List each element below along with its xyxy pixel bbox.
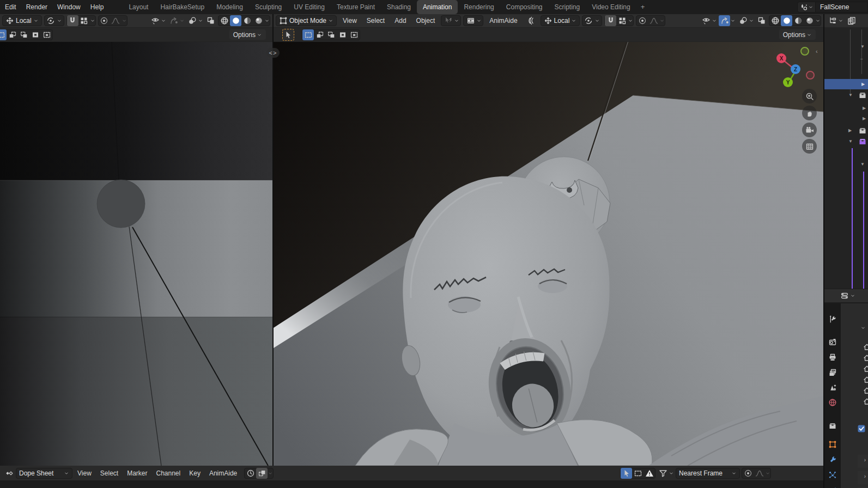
tab-compositing[interactable]: Compositing (500, 0, 549, 14)
dope-sheet-canvas[interactable] (0, 480, 823, 488)
select-subtract-button[interactable] (325, 29, 337, 40)
menu-select[interactable]: Select (96, 467, 122, 480)
shading-wireframe-button[interactable] (769, 15, 781, 26)
gizmo-axis-x[interactable]: X (776, 53, 786, 63)
shading-material-button[interactable] (241, 15, 253, 26)
menu-select[interactable]: Select (363, 14, 389, 27)
tab-scene[interactable] (824, 381, 840, 395)
cursor-action-dropdown[interactable] (441, 15, 461, 26)
pivot-point-dropdown[interactable] (582, 15, 602, 26)
disclosure-triangle[interactable]: ▼ (860, 159, 865, 169)
show-gizmo-dropdown[interactable] (700, 15, 717, 26)
select-intersect-button[interactable] (348, 29, 360, 40)
add-workspace-button[interactable]: + (636, 0, 650, 14)
proportional-editing-toggle[interactable] (742, 468, 754, 479)
menu-window[interactable]: Window (52, 0, 86, 14)
region-collapse-arrow[interactable]: ‹ (816, 48, 818, 54)
gizmo-axis-x-neg[interactable] (806, 71, 815, 80)
menu-add[interactable]: Add (391, 14, 410, 27)
tab-scripting[interactable]: Scripting (549, 0, 586, 14)
proportional-falloff-icon[interactable] (754, 468, 765, 479)
tab-particles[interactable] (824, 468, 840, 482)
gizmos-dropdown[interactable] (719, 15, 736, 26)
shading-rendered-button[interactable] (804, 15, 815, 26)
disclosure-triangle[interactable]: ▼ (860, 41, 865, 52)
proportional-editing-toggle[interactable] (636, 15, 648, 26)
select-invert-button[interactable] (337, 29, 348, 40)
tab-shading[interactable]: Shading (381, 0, 417, 14)
options-dropdown[interactable]: Options (229, 29, 266, 40)
disclosure-triangle[interactable]: ▶ (863, 113, 866, 124)
dope-sheet-mode-dropdown[interactable]: Dope Sheet (16, 468, 72, 479)
options-dropdown[interactable]: Options (779, 29, 816, 40)
outliner-collection-row[interactable]: ▶ (824, 125, 868, 136)
orientation-dropdown[interactable]: Local (2, 15, 42, 26)
outliner-collection-row[interactable]: ▼ (824, 90, 868, 100)
active-tool-tweak-button[interactable] (282, 29, 294, 41)
tab-collection[interactable] (824, 419, 840, 433)
disclosure-triangle[interactable]: ▶ (848, 125, 852, 136)
disclosure-triangle[interactable]: ▼ (848, 90, 853, 100)
mode-dropdown[interactable]: Object Mode (276, 15, 337, 26)
snap-magnet-toggle[interactable] (67, 15, 78, 26)
shading-wireframe-button[interactable] (218, 15, 230, 26)
tab-rendering[interactable]: Rendering (458, 0, 500, 14)
snap-magnet-toggle[interactable] (605, 15, 616, 26)
xray-toggle[interactable] (756, 15, 767, 26)
sync-clock-icon[interactable] (245, 468, 256, 479)
pivot-point-dropdown[interactable] (44, 15, 64, 26)
tab-render[interactable] (824, 335, 840, 349)
shading-solid-button[interactable] (781, 15, 792, 26)
tab-animation[interactable]: Animation (417, 0, 458, 14)
camera-view-button[interactable] (802, 123, 817, 137)
only-errors-toggle[interactable] (644, 468, 655, 479)
tab-view-layer[interactable] (824, 365, 840, 380)
shading-rendered-button[interactable] (253, 15, 264, 26)
proportional-falloff-icon[interactable] (110, 15, 122, 26)
tab-video-editing[interactable]: Video Editing (586, 0, 636, 14)
editor-type-dropdown[interactable] (839, 290, 855, 301)
left-viewport-canvas[interactable] (0, 42, 272, 466)
collapsed-item[interactable]: – (860, 53, 863, 64)
outliner-tree[interactable]: ▼ – ▶ ▼ ▶ ▶ ▶ ▼ ▼ (824, 27, 868, 289)
proportional-editing-toggle[interactable] (99, 15, 110, 26)
ortho-toggle-button[interactable] (802, 139, 817, 154)
proportional-falloff-icon[interactable] (648, 15, 659, 26)
tab-modifiers[interactable] (824, 453, 840, 467)
select-extend-button[interactable] (7, 29, 18, 40)
overlays-dropdown[interactable] (737, 15, 754, 26)
arcs-icon[interactable] (524, 15, 535, 26)
select-set-button[interactable] (302, 29, 314, 40)
motion-trail-dropdown[interactable] (463, 15, 483, 26)
tab-layout[interactable]: Layout (123, 0, 154, 14)
tab-uv-editing[interactable]: UV Editing (288, 0, 331, 14)
zoom-button[interactable] (802, 89, 817, 103)
snap-mode-dropdown[interactable]: Nearest Frame (676, 468, 740, 479)
menu-object[interactable]: Object (412, 14, 439, 27)
tab-object[interactable] (824, 437, 840, 452)
select-set-button[interactable] (0, 29, 7, 40)
menu-view[interactable]: View (339, 14, 361, 27)
tab-output[interactable] (824, 350, 840, 364)
menu-key[interactable]: Key (185, 467, 204, 480)
menu-edit[interactable]: Edit (0, 0, 21, 14)
shading-solid-button[interactable] (230, 15, 241, 26)
auto-merge-keyframes-icon[interactable] (256, 468, 268, 479)
menu-animaide[interactable]: AnimAide (485, 14, 521, 27)
right-viewport-canvas[interactable]: X Z Y (274, 42, 823, 466)
editor-type-dropdown[interactable] (827, 15, 843, 26)
collapsed-panel-row[interactable]: › (858, 455, 868, 468)
filter-dropdown[interactable] (657, 468, 674, 479)
select-intersect-button[interactable] (41, 29, 52, 40)
disclosure-triangle[interactable]: ▶ (863, 103, 866, 113)
enabled-checkbox[interactable] (857, 424, 866, 433)
tab-physics[interactable] (824, 483, 840, 488)
chevron-down-icon[interactable] (860, 325, 866, 331)
tab-texture-paint[interactable]: Texture Paint (331, 0, 381, 14)
snap-target-dropdown[interactable] (78, 15, 90, 26)
navigation-gizmo[interactable]: X Z Y (767, 45, 821, 94)
tab-modeling[interactable]: Modeling (210, 0, 249, 14)
show-hidden-toggle[interactable] (632, 468, 644, 479)
select-extend-button[interactable] (314, 29, 325, 40)
xray-toggle[interactable] (205, 15, 216, 26)
